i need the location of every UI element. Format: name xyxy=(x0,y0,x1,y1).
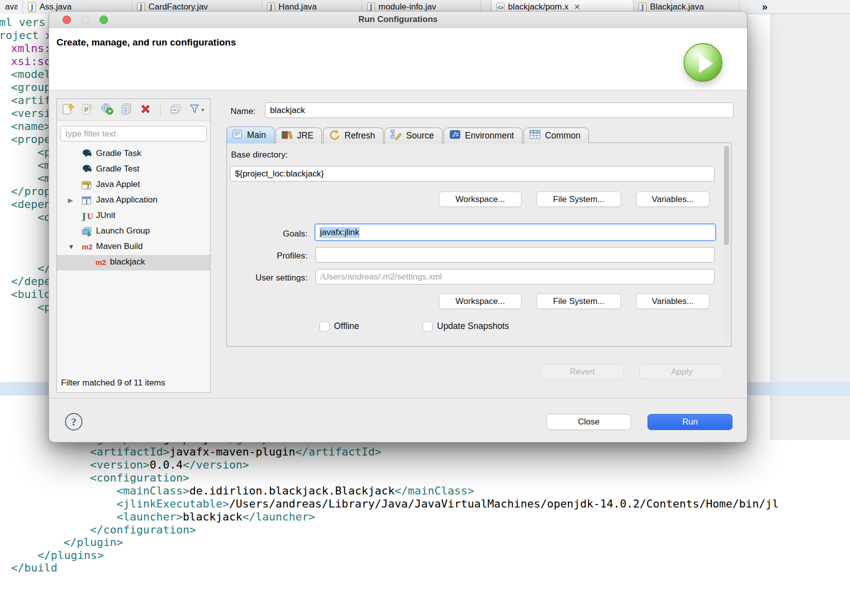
code-line: <model xyxy=(11,68,50,81)
code-tag: </prop xyxy=(11,185,50,198)
collapse-all-button[interactable] xyxy=(168,102,182,118)
expander-collapsed-icon[interactable]: ▶ xyxy=(68,196,73,204)
left-toolbar: P▾ xyxy=(57,99,210,121)
close-button[interactable]: Close xyxy=(546,414,631,430)
file-system-button[interactable]: File System... xyxy=(536,192,621,207)
code-line: <group xyxy=(11,81,50,94)
filter-wrap xyxy=(57,121,210,142)
filter-launch-configurations-button[interactable]: ▾ xyxy=(188,102,204,118)
svg-text:m2: m2 xyxy=(96,258,106,266)
dropdown-caret-icon[interactable]: ▾ xyxy=(202,107,204,112)
goals-input[interactable]: javafx:jlink xyxy=(314,224,716,241)
code-text: javafx-maven-plugin xyxy=(170,446,296,458)
tree-item-blackjack[interactable]: m2blackjack xyxy=(57,255,210,270)
code-line: </prop xyxy=(11,185,50,198)
run-button[interactable]: Run xyxy=(648,414,732,430)
name-input[interactable] xyxy=(265,102,734,118)
zoom-window-button[interactable] xyxy=(100,16,108,24)
code-line: xmlns: xyxy=(11,42,50,55)
gradle-icon xyxy=(82,149,93,160)
tree-item-label: Gradle Test xyxy=(96,164,140,174)
gradle-icon xyxy=(82,164,93,175)
variables-button[interactable]: Variables... xyxy=(636,192,710,207)
svg-text:P: P xyxy=(84,106,88,114)
code-line: </depe xyxy=(11,275,50,288)
tree-item-label: JUnit xyxy=(96,210,116,220)
tab-main[interactable]: Main xyxy=(226,126,274,144)
launch-group-icon xyxy=(82,226,92,238)
checkbox-box[interactable] xyxy=(320,322,330,332)
code-line: </configuration> xyxy=(90,524,196,536)
tab-label: Main xyxy=(247,130,266,140)
variables-button[interactable]: Variables... xyxy=(636,294,710,309)
tree-item-java-application[interactable]: ▶JJava Application xyxy=(57,193,210,208)
export-launch-configurations-button[interactable] xyxy=(100,102,114,118)
filter-status: Filter matched 9 of 11 items xyxy=(61,378,166,388)
picker-row-1: Workspace...File System...Variables... xyxy=(227,192,731,207)
tab-jre[interactable]: JRE xyxy=(276,128,322,144)
workspace-button[interactable]: Workspace... xyxy=(439,192,522,207)
run-banner-icon xyxy=(684,43,722,82)
minimize-window-button[interactable] xyxy=(81,16,90,24)
code-tag: </depe xyxy=(11,275,50,288)
profiles-input[interactable] xyxy=(316,247,714,262)
configurations-panel: P▾ Gradle TaskGradle TestJJava Applet▶JJ… xyxy=(56,98,210,393)
tab-refresh[interactable]: Refresh xyxy=(323,128,384,144)
tab-environment[interactable]: Environment xyxy=(444,128,522,144)
vertical-scrollbar[interactable] xyxy=(724,146,730,343)
code-tag: <versi xyxy=(11,107,50,120)
tree-item-junit[interactable]: JUJUnit xyxy=(57,208,210,224)
tab-source-icon xyxy=(390,129,402,142)
code-tag: </artifactId> xyxy=(296,446,382,458)
code-tag: </version> xyxy=(182,458,248,471)
dialog-titlebar[interactable]: Run Configurations xyxy=(49,12,747,28)
tree-item-label: Launch Group xyxy=(96,226,150,236)
duplicate-launch-configuration-button[interactable] xyxy=(120,102,134,118)
code-tag: ml vers xyxy=(0,16,46,28)
help-button[interactable]: ? xyxy=(65,413,82,430)
svg-text:U: U xyxy=(87,212,93,220)
apply-button[interactable]: Apply xyxy=(640,364,724,380)
checkbox-box[interactable] xyxy=(422,322,432,332)
expander-expanded-icon[interactable]: ▼ xyxy=(68,243,74,250)
tree-item-gradle-test[interactable]: Gradle Test xyxy=(57,162,210,178)
goals-selected-text: javafx:jlink xyxy=(320,227,360,238)
tree-item-maven-build[interactable]: ▼m2Maven Build xyxy=(57,240,210,255)
config-tab-bar: MainJRERefreshSourceEnvironmentCommon xyxy=(226,126,590,144)
tree-item-gradle-task[interactable]: Gradle Task xyxy=(57,146,210,162)
checkbox-offline[interactable]: Offline xyxy=(320,321,359,332)
new-launch-configuration-prototype-button[interactable]: P xyxy=(80,102,94,118)
new-launch-configuration-button[interactable] xyxy=(61,102,75,118)
java-applet-icon: J xyxy=(82,180,92,192)
tab-source[interactable]: Source xyxy=(384,128,442,144)
workspace-button[interactable]: Workspace... xyxy=(439,294,522,309)
tab-main-icon xyxy=(232,129,243,142)
tab-refresh-icon xyxy=(328,129,340,142)
new-launch-configuration-icon xyxy=(62,102,74,118)
user-settings-input[interactable] xyxy=(316,269,714,284)
checkbox-update-snapshots[interactable]: Update Snapshots xyxy=(422,321,509,332)
tree-item-launch-group[interactable]: Launch Group xyxy=(57,224,210,240)
svg-text:J: J xyxy=(84,198,88,205)
code-tag: <group xyxy=(11,81,50,94)
tree-item-label: Maven Build xyxy=(96,242,143,252)
tree-item-java-applet[interactable]: JJava Applet xyxy=(57,178,210,193)
code-tag: roject xyxy=(0,29,38,42)
code-line: roject x xyxy=(0,29,52,42)
filter-input[interactable] xyxy=(60,126,207,142)
code-line: <depen xyxy=(11,198,50,211)
tab-label: Refresh xyxy=(344,130,375,141)
delete-launch-configuration-button[interactable] xyxy=(139,102,152,118)
file-system-button[interactable]: File System... xyxy=(536,294,621,309)
tab-common[interactable]: Common xyxy=(524,128,589,144)
code-text: de.idirlion.blackjack.Blackjack xyxy=(190,484,395,497)
tree-item-label: blackjack xyxy=(110,257,145,267)
svg-text:J: J xyxy=(86,184,90,189)
base-directory-input[interactable] xyxy=(230,166,714,182)
revert-button[interactable]: Revert xyxy=(540,364,624,380)
code-line: <version>0.0.4</version> xyxy=(90,458,249,472)
close-window-button[interactable] xyxy=(62,16,71,24)
export-launch-configurations-icon xyxy=(100,102,114,118)
scrollbar-thumb[interactable] xyxy=(724,146,729,245)
checkbox-label: Offline xyxy=(334,321,359,332)
